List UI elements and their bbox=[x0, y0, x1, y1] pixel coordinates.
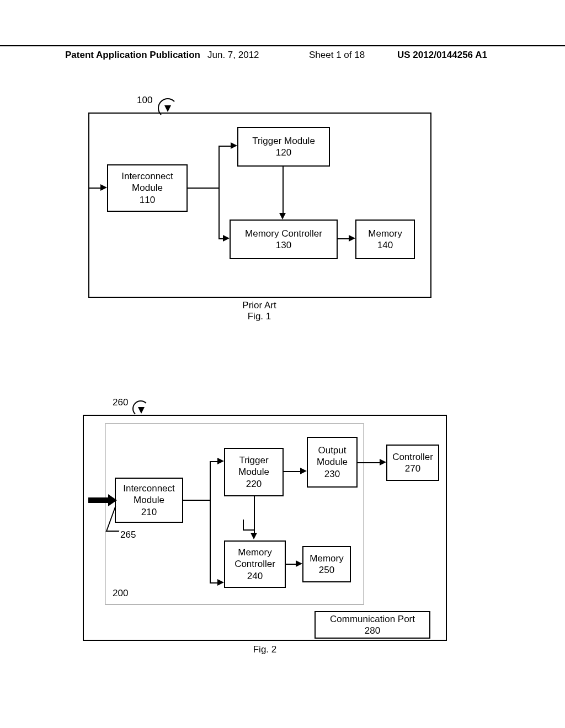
fig2-bus-v bbox=[210, 461, 211, 584]
ref-200-label: 200 bbox=[113, 588, 128, 599]
fig1-memctrl-l2: 130 bbox=[276, 239, 291, 251]
fig2-trig-to-memctrl-head bbox=[250, 533, 257, 539]
fig2-memctrl-to-mem-head bbox=[296, 560, 302, 567]
fig1-memctrl-to-mem-line bbox=[338, 238, 350, 239]
fig1-interconnect-l2: Module bbox=[132, 182, 163, 194]
fig1-memctrl-l1: Memory Controller bbox=[245, 228, 322, 239]
fig2-to-trigger-head bbox=[217, 458, 224, 464]
page-header: Patent Application Publication Jun. 7, 2… bbox=[0, 45, 565, 50]
fig2-memctrl-l2: Controller bbox=[234, 558, 275, 570]
header-date: Jun. 7, 2012 bbox=[207, 50, 259, 61]
fig2-trigger-l2: Module bbox=[238, 466, 269, 478]
ref-260-arrowhead bbox=[138, 407, 145, 414]
ref-260-label: 260 bbox=[113, 397, 128, 408]
fig2-memctrl-l3: 240 bbox=[247, 570, 263, 582]
fig1-caption-fig: Fig. 1 bbox=[204, 311, 315, 322]
header-pubno: US 2012/0144256 A1 bbox=[397, 50, 487, 61]
fig2-out-to-ctrl-head bbox=[380, 459, 386, 465]
fig2-output-l1: Output bbox=[318, 445, 346, 456]
fig1-memory-l1: Memory bbox=[368, 228, 402, 239]
fig2-trig-to-memctrl-v bbox=[254, 496, 255, 534]
fig1-in-arrow-head bbox=[100, 184, 107, 191]
fig2-commport-box: Communication Port 280 bbox=[315, 611, 430, 639]
header-left: Patent Application Publication bbox=[65, 50, 200, 61]
fig2-commport-l2: 280 bbox=[365, 625, 380, 636]
fig2-output-l3: 230 bbox=[324, 468, 340, 480]
fig1-trigger-box: Trigger Module 120 bbox=[237, 127, 330, 167]
ref-100-arrowhead bbox=[164, 105, 171, 112]
fig1-interconnect-l1: Interconnect bbox=[121, 170, 173, 182]
fig1-to-trigger-head bbox=[231, 142, 237, 149]
fig2-trig-to-out-line bbox=[284, 471, 301, 472]
fig1-memctrl-box: Memory Controller 130 bbox=[230, 220, 338, 259]
fig2-trigger-l3: 220 bbox=[246, 478, 262, 490]
fig2-interconnect-l1: Interconnect bbox=[123, 483, 175, 494]
ref-100-label: 100 bbox=[137, 95, 152, 106]
header-sheet: Sheet 1 of 18 bbox=[309, 50, 365, 61]
fig2-output-box: Output Module 230 bbox=[307, 437, 358, 488]
fig2-interconnect-l2: Module bbox=[134, 494, 164, 506]
fig1-memctrl-to-mem-head bbox=[349, 235, 355, 242]
fig1-trigger-l1: Trigger Module bbox=[252, 135, 315, 147]
fig2-265-arrow-head bbox=[108, 494, 117, 506]
fig2-trig-to-out-head bbox=[300, 468, 307, 474]
fig2-trigger-box: Trigger Module 220 bbox=[224, 448, 284, 496]
fig2-elbow-h bbox=[243, 529, 255, 531]
fig1-interconnect-l3: 110 bbox=[140, 194, 155, 206]
fig2-memctrl-to-mem-line bbox=[286, 564, 297, 565]
fig2-commport-l1: Communication Port bbox=[330, 613, 415, 625]
fig2-memctrl-box: Memory Controller 240 bbox=[224, 540, 286, 588]
fig1-interconnect-box: Interconnect Module 110 bbox=[107, 164, 188, 212]
ref-265-label: 265 bbox=[120, 529, 136, 540]
fig2-controller-l2: 270 bbox=[405, 463, 420, 474]
fig2-memctrl-l1: Memory bbox=[238, 547, 271, 558]
fig1-trig-to-memctrl-head bbox=[279, 213, 286, 220]
fig2-265-arrow-shaft bbox=[88, 497, 109, 503]
fig1-memory-l2: 140 bbox=[377, 239, 393, 251]
fig2-memory-box: Memory 250 bbox=[302, 546, 351, 582]
fig2-out-to-ctrl-line bbox=[358, 462, 381, 463]
fig1-to-memctrl-head bbox=[223, 235, 230, 242]
fig2-controller-l1: Controller bbox=[392, 451, 433, 463]
fig2-bus-h bbox=[183, 500, 211, 501]
fig1-bus-v bbox=[218, 146, 220, 239]
fig2-trigger-l1: Trigger bbox=[239, 454, 268, 466]
fig2-interconnect-box: Interconnect Module 210 bbox=[115, 478, 183, 523]
fig2-memory-l2: 250 bbox=[319, 564, 334, 576]
fig1-in-arrow-line bbox=[88, 188, 102, 189]
fig1-to-trigger-line bbox=[218, 146, 232, 147]
fig1-caption-priorart: Prior Art bbox=[204, 300, 315, 311]
fig2-caption: Fig. 2 bbox=[210, 644, 320, 655]
fig1-memory-box: Memory 140 bbox=[355, 220, 415, 259]
fig2-elbow-v bbox=[243, 520, 244, 531]
fig2-memory-l1: Memory bbox=[310, 553, 343, 564]
fig2-interconnect-l3: 210 bbox=[141, 506, 157, 518]
fig1-bus-h bbox=[188, 188, 218, 189]
fig2-to-memctrl-head bbox=[217, 579, 224, 586]
fig1-trig-to-memctrl-line bbox=[282, 167, 284, 214]
fig1-trigger-l2: 120 bbox=[276, 147, 291, 158]
fig2-output-l2: Module bbox=[317, 456, 348, 468]
fig2-controller-box: Controller 270 bbox=[386, 445, 439, 481]
